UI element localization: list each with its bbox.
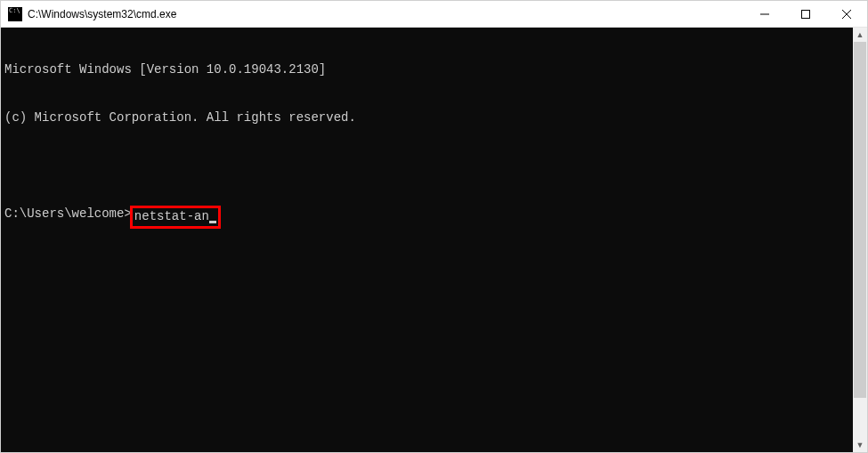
close-button[interactable]: [826, 1, 867, 28]
title-bar[interactable]: C:\Windows\system32\cmd.exe: [1, 1, 867, 28]
copyright-line: (c) Microsoft Corporation. All rights re…: [4, 109, 849, 125]
text-cursor: [209, 221, 216, 223]
cmd-icon: [8, 7, 22, 21]
scroll-thumb[interactable]: [854, 42, 866, 398]
terminal-output[interactable]: Microsoft Windows [Version 10.0.19043.21…: [1, 28, 853, 452]
prompt-text: C:\Users\welcome>: [4, 206, 132, 222]
vertical-scrollbar[interactable]: ▲ ▼: [853, 28, 867, 452]
minimize-button[interactable]: [744, 1, 785, 28]
command-highlight: netstat-an: [130, 206, 221, 229]
banner-line: Microsoft Windows [Version 10.0.19043.21…: [4, 61, 849, 77]
terminal-container: Microsoft Windows [Version 10.0.19043.21…: [1, 28, 867, 452]
command-text: netstat-an: [134, 209, 209, 223]
scroll-down-arrow[interactable]: ▼: [853, 438, 867, 452]
prompt-line: C:\Users\welcome>netstat-an: [4, 206, 849, 229]
window-controls: [744, 1, 867, 27]
maximize-button[interactable]: [785, 1, 826, 28]
window-title: C:\Windows\system32\cmd.exe: [28, 8, 744, 20]
blank-line: [4, 158, 849, 174]
svg-rect-1: [802, 11, 810, 19]
scroll-up-arrow[interactable]: ▲: [853, 28, 867, 42]
